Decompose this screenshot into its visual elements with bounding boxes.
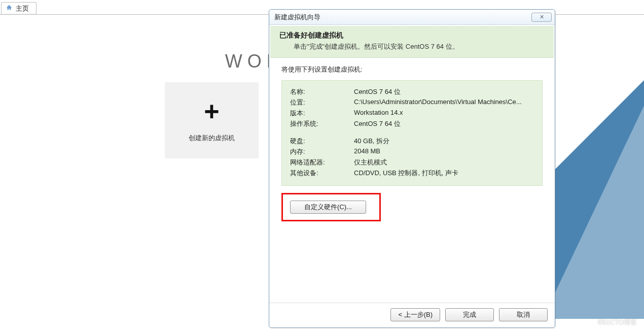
tab-label: 主页: [16, 4, 29, 13]
summary-box: 名称: CentOS 7 64 位 位置: C:\Users\Administr…: [281, 80, 543, 186]
home-icon: [6, 4, 13, 13]
titlebar: 新建虚拟机向导 ✕: [269, 10, 555, 25]
summary-row-location: 位置: C:\Users\Administrator\Documents\Vir…: [290, 98, 534, 107]
lead-text: 将使用下列设置创建虚拟机:: [281, 65, 543, 74]
tile-label: 创建新的虚拟机: [189, 134, 235, 143]
tile-create-vm[interactable]: + 创建新的虚拟机: [165, 82, 259, 158]
customize-hardware-button[interactable]: 自定义硬件(C)...: [290, 201, 366, 214]
banner-subtitle: 单击"完成"创建虚拟机。然后可以安装 CentOS 7 64 位。: [279, 42, 545, 51]
value-memory: 2048 MB: [354, 147, 534, 156]
label-version: 版本:: [290, 109, 354, 118]
cancel-button[interactable]: 取消: [499, 308, 548, 321]
watermark: ©51CTO博客: [598, 318, 637, 327]
value-version: Workstation 14.x: [354, 109, 534, 118]
customize-highlight: 自定义硬件(C)...: [281, 193, 381, 221]
tab-home[interactable]: 主页: [1, 2, 37, 14]
summary-row-os: 操作系统: CentOS 7 64 位: [290, 119, 534, 128]
label-memory: 内存:: [290, 147, 354, 156]
summary-row-memory: 内存: 2048 MB: [290, 147, 534, 156]
value-location: C:\Users\Administrator\Documents\Virtual…: [354, 98, 534, 107]
dialog-title: 新建虚拟机向导: [274, 13, 320, 22]
value-other: CD/DVD, USB 控制器, 打印机, 声卡: [354, 169, 534, 178]
label-name: 名称:: [290, 87, 354, 96]
new-vm-wizard-dialog: 新建虚拟机向导 ✕ 已准备好创建虚拟机 单击"完成"创建虚拟机。然后可以安装 C…: [269, 9, 555, 328]
background-decoration-overlay: [543, 106, 644, 319]
close-button[interactable]: ✕: [531, 13, 552, 22]
summary-row-disk: 硬盘: 40 GB, 拆分: [290, 137, 534, 146]
label-other: 其他设备:: [290, 169, 354, 178]
summary-row-other: 其他设备: CD/DVD, USB 控制器, 打印机, 声卡: [290, 169, 534, 178]
value-disk: 40 GB, 拆分: [354, 137, 534, 146]
label-network: 网络适配器:: [290, 158, 354, 167]
finish-button[interactable]: 完成: [445, 308, 494, 321]
label-os: 操作系统:: [290, 119, 354, 128]
value-name: CentOS 7 64 位: [354, 87, 534, 96]
label-location: 位置:: [290, 98, 354, 107]
close-icon: ✕: [540, 14, 544, 20]
summary-row-name: 名称: CentOS 7 64 位: [290, 87, 534, 96]
label-disk: 硬盘:: [290, 137, 354, 146]
summary-row-network: 网络适配器: 仅主机模式: [290, 158, 534, 167]
banner-title: 已准备好创建虚拟机: [279, 31, 545, 40]
value-network: 仅主机模式: [354, 158, 534, 167]
summary-row-version: 版本: Workstation 14.x: [290, 109, 534, 118]
banner: 已准备好创建虚拟机 单击"完成"创建虚拟机。然后可以安装 CentOS 7 64…: [270, 26, 554, 58]
value-os: CentOS 7 64 位: [354, 119, 534, 128]
dialog-body: 将使用下列设置创建虚拟机: 名称: CentOS 7 64 位 位置: C:\U…: [269, 58, 555, 303]
plus-icon: +: [204, 98, 219, 124]
button-bar: < 上一步(B) 完成 取消: [269, 303, 555, 327]
back-button[interactable]: < 上一步(B): [390, 308, 440, 321]
